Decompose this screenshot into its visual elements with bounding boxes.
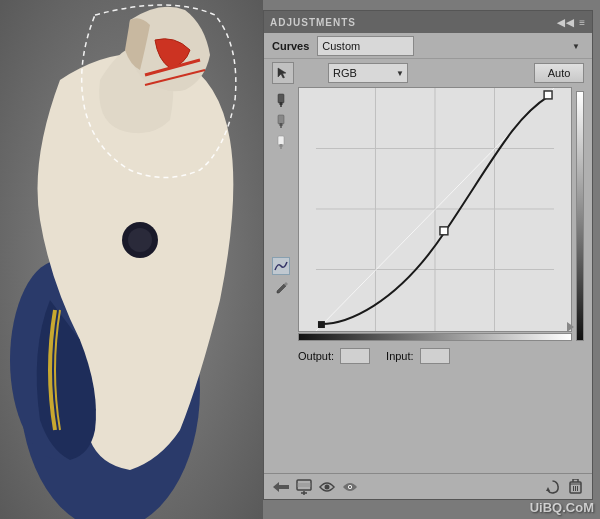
- new-adjustment-icon[interactable]: [295, 478, 313, 496]
- curves-graph[interactable]: [298, 87, 572, 332]
- svg-rect-24: [544, 91, 552, 99]
- svg-point-35: [349, 486, 351, 488]
- collapse-icon[interactable]: ◀◀: [557, 17, 575, 28]
- panel-header-icons: ◀◀ ≡: [557, 17, 586, 28]
- svg-rect-30: [297, 483, 311, 487]
- preset-select-wrapper: Custom Default Strong Contrast Increase …: [317, 36, 584, 56]
- gradient-handle-right[interactable]: [567, 322, 574, 332]
- eyedropper-gray[interactable]: [272, 112, 290, 130]
- delete-icon[interactable]: [566, 478, 584, 496]
- vertical-gradient-bar: [576, 91, 584, 341]
- svg-rect-23: [440, 227, 448, 235]
- back-arrow-icon[interactable]: [272, 478, 290, 496]
- svg-rect-13: [280, 144, 283, 147]
- svg-rect-12: [278, 136, 284, 145]
- bottom-toolbar: [264, 473, 592, 499]
- svg-rect-28: [278, 485, 280, 489]
- svg-rect-6: [278, 94, 284, 103]
- watermark: UiBQ.CoM: [530, 500, 594, 515]
- channel-select-wrapper: RGB Red Green Blue ▼: [328, 63, 408, 83]
- visibility-icon[interactable]: [318, 478, 336, 496]
- pointer-tool[interactable]: [272, 62, 294, 84]
- reset-icon[interactable]: [543, 478, 561, 496]
- preset-select[interactable]: Custom Default Strong Contrast Increase …: [317, 36, 414, 56]
- panel-header: ADJUSTMENTS ◀◀ ≡: [264, 11, 592, 33]
- horizontal-gradient-bar: [298, 333, 572, 341]
- adjustments-panel: ADJUSTMENTS ◀◀ ≡ Curves Custom Default S…: [263, 10, 593, 500]
- input-label: Input:: [386, 350, 414, 362]
- svg-point-33: [325, 484, 330, 489]
- eyedropper-black[interactable]: [272, 91, 290, 109]
- panel-title: ADJUSTMENTS: [270, 17, 356, 28]
- svg-rect-9: [278, 115, 284, 124]
- eyedropper-white[interactable]: [272, 133, 290, 151]
- menu-icon[interactable]: ≡: [579, 17, 586, 28]
- photo-background: [0, 0, 263, 519]
- curves-graph-container: [298, 87, 572, 341]
- svg-rect-27: [279, 485, 289, 489]
- svg-rect-7: [280, 102, 283, 105]
- curves-row: Curves Custom Default Strong Contrast In…: [264, 33, 592, 59]
- smooth-curve-tool[interactable]: [272, 257, 290, 275]
- svg-point-5: [128, 228, 152, 252]
- left-tools: [272, 87, 294, 341]
- svg-rect-25: [318, 321, 325, 328]
- preset-select-arrow: ▼: [572, 41, 580, 50]
- channel-select[interactable]: RGB Red Green Blue: [328, 63, 408, 83]
- curves-label: Curves: [272, 40, 309, 52]
- preview-icon[interactable]: [341, 478, 359, 496]
- auto-button[interactable]: Auto: [534, 63, 584, 83]
- output-value-field[interactable]: [340, 348, 370, 364]
- pencil-tool[interactable]: [272, 278, 290, 296]
- input-value-field[interactable]: [420, 348, 450, 364]
- svg-marker-36: [546, 487, 550, 491]
- svg-rect-10: [280, 123, 283, 126]
- output-label: Output:: [298, 350, 334, 362]
- right-gradient-area: [576, 87, 584, 341]
- output-input-row: Output: Input:: [264, 345, 592, 367]
